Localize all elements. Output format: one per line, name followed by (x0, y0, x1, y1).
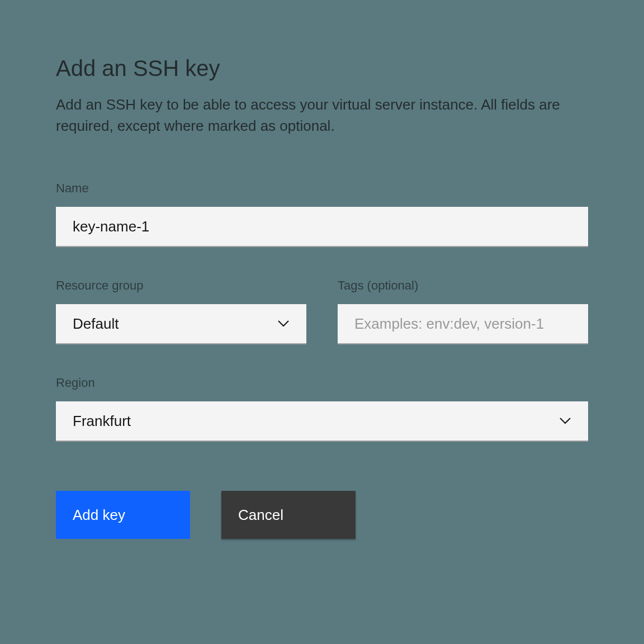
resource-group-value: Default (73, 315, 277, 333)
region-field-group: Region Frankfurt (56, 376, 588, 442)
resource-group-field-group: Resource group Default (56, 278, 306, 344)
resource-group-label: Resource group (56, 278, 306, 293)
resource-group-select[interactable]: Default (56, 304, 306, 344)
name-input[interactable] (56, 207, 588, 247)
add-key-button[interactable]: Add key (56, 491, 190, 539)
region-label: Region (56, 376, 588, 390)
form-description: Add an SSH key to be able to access your… (56, 94, 588, 136)
chevron-down-icon (277, 318, 290, 330)
tags-input[interactable] (338, 304, 588, 344)
cancel-button[interactable]: Cancel (221, 491, 356, 539)
form-title: Add an SSH key (56, 56, 588, 81)
tags-label: Tags (optional) (338, 278, 588, 293)
name-field-group: Name (56, 181, 588, 247)
name-label: Name (56, 181, 588, 196)
region-value: Frankfurt (73, 413, 559, 430)
tags-field-group: Tags (optional) (338, 278, 588, 344)
chevron-down-icon (559, 415, 571, 427)
add-ssh-key-form: Add an SSH key Add an SSH key to be able… (56, 56, 588, 539)
button-row: Add key Cancel (56, 491, 588, 539)
region-select[interactable]: Frankfurt (56, 401, 588, 442)
